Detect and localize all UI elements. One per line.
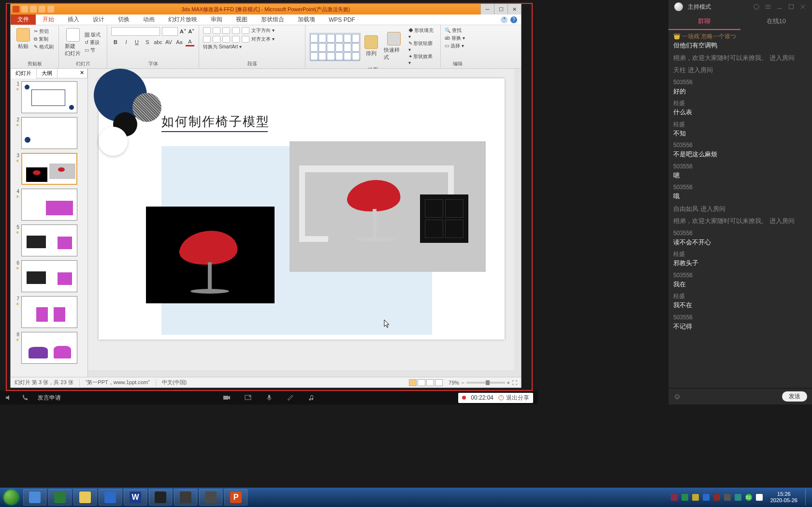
taskbar-app-2[interactable] [48, 489, 72, 506]
taskbar-app-5[interactable]: W [124, 489, 147, 506]
help-icon[interactable]: ? [510, 16, 517, 23]
zoom-slider[interactable] [466, 382, 505, 384]
tray-icon[interactable] [703, 494, 710, 501]
shape-effects-button[interactable]: ✦ 形状效果 ▾ [408, 53, 436, 65]
slide-thumbnail[interactable]: 3✶ [14, 153, 85, 185]
find-button[interactable]: 🔍 查找 [445, 27, 471, 34]
tab-file[interactable]: 文件 [11, 15, 36, 25]
align-center-button[interactable] [213, 36, 220, 43]
font-color-button[interactable]: A [186, 38, 194, 46]
close-icon[interactable] [799, 3, 806, 10]
maximize-button[interactable]: ☐ [494, 4, 508, 15]
columns-button[interactable] [242, 36, 249, 43]
camera-icon[interactable] [223, 394, 231, 402]
tab-animations[interactable]: 动画 [136, 15, 161, 25]
align-left-button[interactable] [203, 36, 211, 43]
taskbar-clock[interactable]: 15:26 2020-05-26 [767, 491, 801, 504]
show-desktop-button[interactable] [805, 489, 809, 506]
underline-button[interactable]: U [132, 38, 141, 46]
slide-thumbnail[interactable]: 8✶ [14, 332, 85, 364]
tab-shape-format[interactable]: 形状组合 [254, 15, 291, 25]
tray-icon[interactable] [713, 494, 720, 501]
slide-thumbnail[interactable]: 5✶ [14, 224, 85, 256]
close-button[interactable]: ✕ [508, 4, 521, 15]
indent-inc-button[interactable] [232, 27, 240, 34]
slide-thumbnail[interactable]: 1✶ [14, 81, 85, 113]
list-icon[interactable] [765, 3, 771, 10]
taskbar-app-8[interactable] [199, 489, 222, 506]
italic-button[interactable]: I [122, 38, 130, 46]
minimize-icon[interactable] [776, 3, 783, 10]
phone-icon[interactable] [21, 394, 29, 402]
align-justify-button[interactable] [232, 36, 240, 43]
tray-icon[interactable] [692, 494, 699, 501]
language-status[interactable]: 中文(中国) [162, 379, 187, 386]
line-spacing-button[interactable] [242, 27, 249, 34]
reset-button[interactable]: ↺ 重设 [85, 39, 101, 46]
replace-button[interactable]: ab 替换 ▾ [445, 35, 471, 42]
tab-transitions[interactable]: 切换 [111, 15, 136, 25]
ribbon-collapse-icon[interactable]: ˄ [501, 16, 508, 23]
send-button[interactable]: 发送 [782, 391, 807, 402]
screen-icon[interactable] [244, 394, 252, 402]
tray-volume-icon[interactable] [756, 494, 763, 501]
view-slideshow-button[interactable] [435, 379, 443, 386]
music-icon[interactable] [308, 394, 316, 402]
shape-fill-button[interactable]: ◆ 形状填充 ▾ [408, 27, 436, 39]
slide-thumbnail[interactable]: 7✶ [14, 296, 85, 328]
tab-review[interactable]: 审阅 [204, 15, 229, 25]
tab-view[interactable]: 视图 [229, 15, 254, 25]
undo-icon[interactable] [30, 6, 37, 13]
font-size-dropdown[interactable] [162, 27, 178, 36]
edit-icon[interactable] [287, 394, 294, 402]
view-normal-button[interactable] [409, 379, 417, 386]
tab-addins[interactable]: 加载项 [291, 15, 322, 25]
slide-thumbnail[interactable]: 6✶ [14, 260, 85, 292]
cut-button[interactable]: ✂ 剪切 [34, 28, 54, 35]
current-slide[interactable]: 如何制作椅子模型 [99, 78, 505, 340]
slide-thumbnail[interactable]: 4✶ [14, 189, 85, 221]
taskbar-app-6[interactable] [149, 489, 172, 506]
format-painter-button[interactable]: ✎ 格式刷 [34, 44, 54, 50]
tab-outline[interactable]: 大纲 [37, 69, 58, 78]
paste-button[interactable]: 粘贴 [14, 27, 32, 51]
settings-icon[interactable] [753, 3, 760, 10]
zoom-control[interactable]: 79% − + ⛶ [449, 380, 517, 386]
slide-thumbnail[interactable]: 2✶ [14, 117, 85, 149]
tray-icon[interactable] [724, 494, 731, 501]
taskbar-app-1[interactable] [23, 489, 46, 506]
mic-icon[interactable] [265, 394, 273, 402]
change-case-button[interactable]: Aa [175, 38, 184, 46]
zoom-out-button[interactable]: − [461, 380, 464, 386]
close-panel-icon[interactable]: ✕ [77, 69, 87, 78]
save-icon[interactable] [21, 6, 28, 13]
slide-image-right[interactable] [290, 141, 486, 272]
qat-dropdown-icon[interactable] [47, 6, 54, 13]
zoom-in-button[interactable]: + [507, 380, 510, 386]
speak-request-label[interactable]: 发言申请 [38, 394, 61, 402]
view-sorter-button[interactable] [418, 379, 425, 386]
thumbnail-list[interactable]: 1✶2✶3✶4✶5✶6✶7✶8✶ [11, 78, 87, 377]
numbering-button[interactable] [213, 27, 220, 34]
tab-design[interactable]: 设计 [86, 15, 111, 25]
view-reading-button[interactable] [426, 379, 434, 386]
section-button[interactable]: ▭ 节 [85, 47, 101, 54]
arrange-button[interactable]: 排列 [362, 34, 380, 58]
strike-button[interactable]: S [143, 38, 152, 46]
align-right-button[interactable] [222, 36, 230, 43]
horizontal-scrollbar[interactable] [88, 370, 521, 377]
slide-image-left[interactable] [146, 207, 275, 303]
text-direction-button[interactable]: 文字方向 ▾ [251, 27, 275, 34]
tray-icon[interactable] [735, 494, 741, 501]
vertical-scrollbar[interactable] [514, 69, 521, 377]
tab-wps-pdf[interactable]: WPS PDF [322, 15, 362, 25]
slide-editor[interactable]: 如何制作椅子模型 [88, 69, 521, 377]
layout-button[interactable]: ▦ 版式 [85, 31, 101, 38]
tray-icon[interactable]: 51 [745, 494, 752, 501]
maximize-icon[interactable] [788, 3, 795, 10]
tab-home[interactable]: 开始 [36, 15, 61, 25]
grow-font-icon[interactable]: A˄ [180, 29, 186, 35]
new-slide-button[interactable]: 新建 幻灯片 [63, 27, 83, 58]
char-spacing-button[interactable]: AV [164, 38, 173, 46]
taskbar-app-4[interactable] [99, 489, 122, 506]
